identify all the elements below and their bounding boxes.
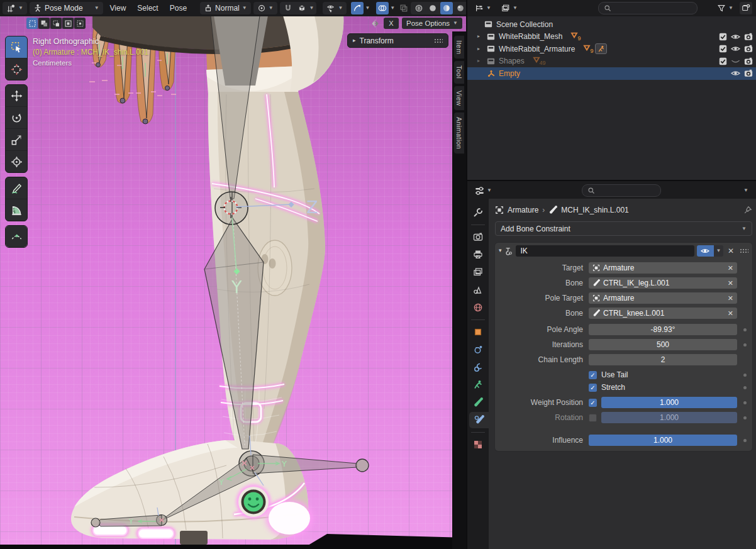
pole-target-field[interactable]: Armature ✕	[589, 292, 737, 304]
editor-type-dropdown[interactable]: ▼	[3, 2, 27, 14]
heel-bone-tail-sphere[interactable]	[356, 459, 369, 472]
row-checkbox-checked[interactable]	[719, 33, 727, 41]
tab-armature-data[interactable]	[467, 377, 489, 393]
breadcrumb-bone[interactable]: MCH_IK_shin.L.001	[561, 206, 628, 214]
sidebar-tab-animation[interactable]: Animation	[453, 112, 464, 154]
object-type-visibility-dropdown[interactable]: ▼	[323, 2, 347, 14]
animate-decorator[interactable]	[743, 374, 747, 377]
clear-x-icon[interactable]: ✕	[728, 279, 733, 287]
outliner-editor-type-dropdown[interactable]: ▼	[471, 2, 495, 14]
animate-decorator[interactable]	[743, 343, 747, 347]
constraint-extras-dropdown[interactable]: ▼	[714, 245, 723, 257]
tab-texture[interactable]	[467, 436, 489, 453]
mode-dropdown[interactable]: Pose Mode ▼	[30, 2, 103, 14]
shading-solid-button[interactable]	[426, 2, 439, 14]
pole-bone-field[interactable]: CTRL_knee.L.001 ✕	[589, 308, 737, 319]
shading-material-preview-button[interactable]	[440, 2, 453, 14]
transform-panel-collapsed[interactable]: ▸ Transform	[347, 33, 448, 48]
shading-rendered-button[interactable]	[454, 2, 466, 14]
row-checkbox-checked[interactable]	[719, 57, 727, 65]
disable-render-camera-icon[interactable]	[744, 57, 753, 65]
tab-view-layer[interactable]	[467, 264, 489, 280]
hide-eye-icon[interactable]	[731, 45, 740, 53]
panel-drag-grip[interactable]	[434, 38, 443, 43]
tab-bone[interactable]	[467, 394, 489, 411]
properties-search-input[interactable]	[582, 184, 661, 197]
outliner-row-empty-selected[interactable]: Empty	[467, 67, 756, 80]
snap-target-dropdown[interactable]	[296, 2, 308, 14]
shading-wireframe-button[interactable]	[413, 2, 425, 14]
outliner-row-whiterabbit-mesh[interactable]: ▸ WhiteRabbit_Mesh 9	[467, 31, 756, 43]
sidebar-tab-item[interactable]: Item	[453, 35, 464, 59]
snap-toggle[interactable]	[282, 2, 294, 14]
properties-options-dropdown[interactable]: ▼	[743, 188, 748, 193]
tab-physics[interactable]	[467, 341, 489, 358]
pin-icon[interactable]	[743, 206, 752, 214]
clear-x-icon[interactable]: ✕	[728, 294, 733, 302]
menu-view[interactable]: View	[106, 4, 131, 13]
row-checkbox-checked[interactable]	[719, 45, 727, 53]
tab-bone-constraints[interactable]	[469, 412, 489, 428]
mirror-x-toggle[interactable]: X	[384, 18, 399, 29]
pose-options-dropdown[interactable]: Pose Options ▼	[402, 18, 462, 29]
checkbox-checked-icon[interactable]: ✓	[589, 384, 597, 392]
tab-world[interactable]	[467, 299, 489, 316]
expand-arrow-icon[interactable]: ▸	[477, 47, 480, 52]
tool-annotate[interactable]	[6, 177, 27, 199]
hide-eye-icon[interactable]	[731, 33, 740, 41]
select-mode-invert[interactable]	[62, 18, 74, 29]
toe-bone-tail-sphere[interactable]	[91, 518, 100, 527]
breadcrumb-object[interactable]: Armature	[508, 206, 538, 214]
select-mode-new[interactable]	[26, 18, 38, 29]
use-tail-checkbox-row[interactable]: ✓ Use Tail	[589, 370, 737, 379]
pivot-point-dropdown[interactable]: ▼	[253, 2, 277, 14]
weight-position-slider[interactable]: 1.000	[601, 397, 737, 408]
animate-decorator[interactable]	[743, 416, 747, 419]
tab-object-constraints[interactable]	[467, 359, 489, 375]
tool-rotate[interactable]	[6, 107, 27, 128]
pole-angle-field[interactable]: -89.93°	[589, 324, 737, 335]
tab-output[interactable]	[467, 247, 489, 263]
stretch-checkbox-row[interactable]: ✓ Stretch	[589, 383, 737, 392]
target-field[interactable]: Armature ✕	[589, 262, 737, 274]
select-mode-intersect[interactable]	[74, 18, 86, 29]
constraint-enable-eye-button[interactable]	[697, 245, 714, 257]
hide-eye-icon[interactable]	[731, 69, 740, 77]
tool-transform[interactable]	[6, 151, 27, 172]
tab-object[interactable]	[467, 324, 489, 340]
viewport-canvas[interactable]: Z Y Y Y Y	[0, 0, 466, 549]
outliner-search-input[interactable]	[598, 2, 698, 14]
expand-arrow-icon[interactable]: ▸	[477, 34, 480, 39]
properties-editor-type-dropdown[interactable]: ▼	[471, 184, 496, 197]
collapse-chevron-icon[interactable]: ▾	[499, 248, 502, 253]
animate-decorator[interactable]	[743, 439, 747, 442]
outliner-row-scene-collection[interactable]: Scene Collection	[467, 18, 756, 31]
knee-ctrl-circle-bone[interactable]	[215, 192, 248, 225]
bone-field[interactable]: CTRL_IK_leg.L.001 ✕	[589, 277, 737, 289]
animate-decorator[interactable]	[743, 401, 747, 404]
tool-measure[interactable]	[6, 199, 27, 221]
menu-pose[interactable]: Pose	[165, 4, 191, 13]
show-overlays-toggle[interactable]	[376, 2, 389, 14]
clear-x-icon[interactable]: ✕	[728, 264, 733, 272]
expand-arrow-icon[interactable]: ▸	[477, 58, 480, 64]
select-mode-subtract[interactable]	[50, 18, 62, 29]
outliner-filter-dropdown[interactable]: ▼	[713, 2, 737, 14]
tool-move[interactable]	[6, 85, 27, 106]
tool-cursor[interactable]	[6, 58, 27, 80]
weight-position-checkbox[interactable]: ✓	[589, 399, 597, 407]
constraint-drag-grip[interactable]	[740, 248, 748, 253]
hide-eye-closed-icon[interactable]	[731, 57, 740, 65]
clear-x-icon[interactable]: ✕	[728, 309, 733, 318]
constraint-delete-button[interactable]: ✕	[726, 247, 736, 255]
constraint-name-field[interactable]: IK	[516, 245, 694, 257]
add-bone-constraint-dropdown[interactable]: Add Bone Constraint ▼	[495, 221, 752, 236]
outliner-display-mode-dropdown[interactable]: ▼	[498, 2, 521, 14]
rotation-slider[interactable]: 1.000	[601, 412, 737, 423]
iterations-field[interactable]: 500	[589, 339, 737, 350]
disable-render-camera-icon[interactable]	[744, 69, 753, 77]
tab-render[interactable]	[467, 229, 489, 245]
tool-scale[interactable]	[6, 129, 27, 150]
influence-slider[interactable]: 1.000	[589, 435, 737, 446]
animate-decorator[interactable]	[743, 386, 747, 389]
